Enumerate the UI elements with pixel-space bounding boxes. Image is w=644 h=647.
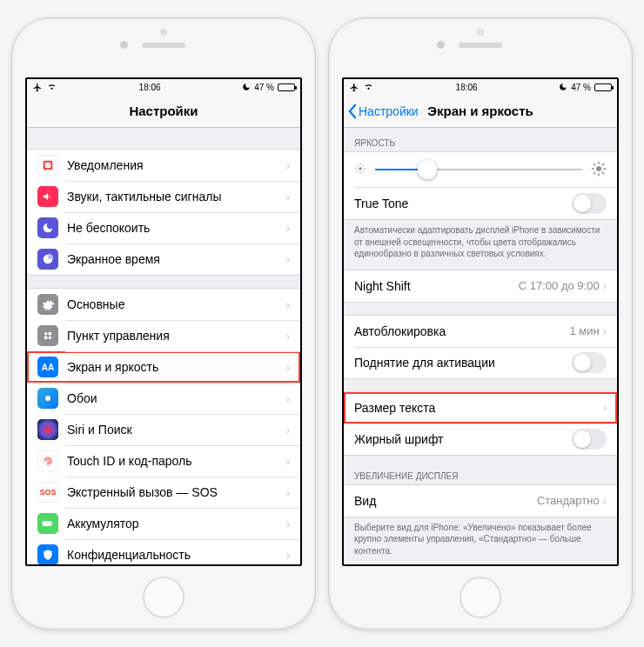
- chevron-right-icon: ›: [286, 424, 290, 437]
- chevron-right-icon: ›: [603, 494, 607, 507]
- moon-icon: [559, 83, 567, 91]
- row-siri[interactable]: Siri и Поиск ›: [27, 414, 300, 445]
- chevron-right-icon: ›: [286, 361, 290, 374]
- nightshift-detail: С 17:00 до 9:00: [519, 279, 600, 292]
- gear-icon: [37, 294, 58, 315]
- zoom-footer: Выберите вид для iPhone: «Увеличено» пок…: [344, 517, 617, 562]
- display-settings[interactable]: ЯРКОСТЬ: [344, 128, 617, 564]
- airplane-icon: [349, 83, 359, 92]
- row-sounds[interactable]: Звуки, тактильные сигналы ›: [27, 181, 300, 212]
- group-lock: Автоблокировка 1 мин › Поднятие для акти…: [344, 315, 617, 379]
- row-battery[interactable]: Аккумулятор ›: [27, 508, 300, 539]
- airplane-icon: [32, 83, 43, 92]
- truetone-footer: Автоматически адаптировать дисплей iPhon…: [344, 220, 617, 264]
- status-time: 18:06: [139, 83, 161, 92]
- home-button[interactable]: [143, 577, 184, 618]
- svg-rect-1: [45, 163, 51, 169]
- chevron-right-icon: ›: [286, 253, 290, 266]
- phone-right: 18:06 47 % Настройки Экран и яркость ЯРК…: [328, 17, 633, 630]
- row-notifications[interactable]: Уведомления ›: [27, 150, 300, 181]
- chevron-right-icon: ›: [286, 222, 290, 235]
- sos-icon: SOS: [37, 482, 58, 503]
- page-title: Настройки: [129, 103, 198, 118]
- group-alerts: Уведомления › Звуки, тактильные сигналы …: [27, 149, 300, 276]
- screentime-icon: [37, 249, 58, 270]
- row-nightshift[interactable]: Night Shift С 17:00 до 9:00 ›: [344, 270, 617, 302]
- raise-toggle[interactable]: [572, 352, 607, 373]
- battery-pct: 47 %: [254, 83, 274, 92]
- svg-rect-3: [49, 332, 52, 336]
- svg-line-25: [594, 171, 595, 173]
- autolock-detail: 1 мин: [569, 324, 599, 337]
- phone-left: 18:06 47 % Настройки Уведомлени: [11, 17, 316, 630]
- home-button[interactable]: [460, 577, 501, 618]
- svg-point-2: [44, 332, 48, 336]
- svg-line-26: [602, 163, 604, 165]
- row-screentime[interactable]: Экранное время ›: [27, 243, 300, 275]
- slider-knob[interactable]: [418, 160, 437, 179]
- settings-list[interactable]: Уведомления › Звуки, тактильные сигналы …: [27, 128, 300, 564]
- svg-point-9: [359, 167, 362, 170]
- navbar-display: Настройки Экран и яркость: [344, 95, 617, 128]
- svg-point-5: [49, 337, 52, 340]
- front-camera: [437, 41, 445, 49]
- battery-icon: [594, 83, 612, 91]
- chevron-right-icon: ›: [286, 392, 290, 405]
- wifi-icon: [46, 83, 57, 91]
- chevron-right-icon: ›: [286, 549, 290, 562]
- view-detail: Стандартно: [537, 494, 600, 507]
- back-button[interactable]: Настройки: [347, 95, 419, 127]
- row-sos[interactable]: SOS Экстренный вызов — SOS ›: [27, 477, 300, 508]
- row-controlcenter[interactable]: Пункт управления ›: [27, 320, 300, 351]
- row-display-brightness[interactable]: AA Экран и яркость ›: [27, 351, 300, 383]
- chevron-right-icon: ›: [286, 159, 290, 172]
- chevron-right-icon: ›: [286, 330, 290, 343]
- battery-icon: [278, 83, 295, 91]
- svg-line-14: [357, 164, 358, 165]
- svg-rect-7: [43, 521, 52, 526]
- row-textsize[interactable]: Размер текста ›: [344, 392, 617, 424]
- truetone-toggle[interactable]: [572, 193, 607, 214]
- sounds-icon: [37, 186, 58, 207]
- status-bar: 18:06 47 %: [27, 79, 300, 95]
- bold-toggle[interactable]: [572, 429, 607, 450]
- brightness-slider[interactable]: [375, 169, 582, 170]
- display-icon: AA: [37, 357, 58, 377]
- row-privacy[interactable]: Конфиденциальность ›: [27, 539, 300, 564]
- row-truetone[interactable]: True Tone: [344, 188, 617, 219]
- group-system: Основные › Пункт управления › AA: [27, 288, 300, 564]
- status-bar: 18:06 47 %: [344, 79, 617, 95]
- front-camera: [120, 41, 128, 49]
- group-text: Размер текста › Жирный шрифт: [344, 391, 617, 456]
- chevron-right-icon: ›: [286, 298, 290, 311]
- wifi-icon: [363, 83, 374, 91]
- privacy-icon: [37, 544, 58, 564]
- row-bold[interactable]: Жирный шрифт: [344, 424, 617, 455]
- row-autolock[interactable]: Автоблокировка 1 мин ›: [344, 316, 617, 347]
- group-zoom: УВЕЛИЧЕНИЕ ДИСПЛЕЯ Вид Стандартно › Выбе…: [344, 468, 617, 562]
- earpiece-speaker: [142, 43, 185, 48]
- row-touchid[interactable]: Touch ID и код-пароль ›: [27, 445, 300, 477]
- chevron-right-icon: ›: [286, 455, 290, 468]
- row-raise[interactable]: Поднятие для активации: [344, 347, 617, 378]
- svg-line-15: [363, 170, 364, 171]
- status-time: 18:06: [456, 83, 478, 92]
- navbar-settings: Настройки: [27, 95, 300, 128]
- group-nightshift: Night Shift С 17:00 до 9:00 ›: [344, 270, 617, 303]
- chevron-right-icon: ›: [603, 401, 607, 414]
- row-wallpaper[interactable]: Обои ›: [27, 383, 300, 414]
- svg-line-17: [363, 164, 364, 165]
- notifications-icon: [37, 155, 58, 176]
- chevron-right-icon: ›: [603, 279, 607, 292]
- row-general[interactable]: Основные ›: [27, 289, 300, 320]
- svg-line-16: [357, 170, 358, 171]
- dnd-icon: [37, 217, 58, 238]
- svg-rect-4: [44, 337, 48, 340]
- sensor-dot: [160, 29, 167, 36]
- row-dnd[interactable]: Не беспокоить ›: [27, 212, 300, 243]
- page-title: Экран и яркость: [427, 103, 533, 118]
- brightness-slider-row: [344, 152, 617, 187]
- earpiece-speaker: [459, 43, 502, 48]
- row-view[interactable]: Вид Стандартно ›: [344, 485, 617, 517]
- svg-point-18: [596, 166, 601, 171]
